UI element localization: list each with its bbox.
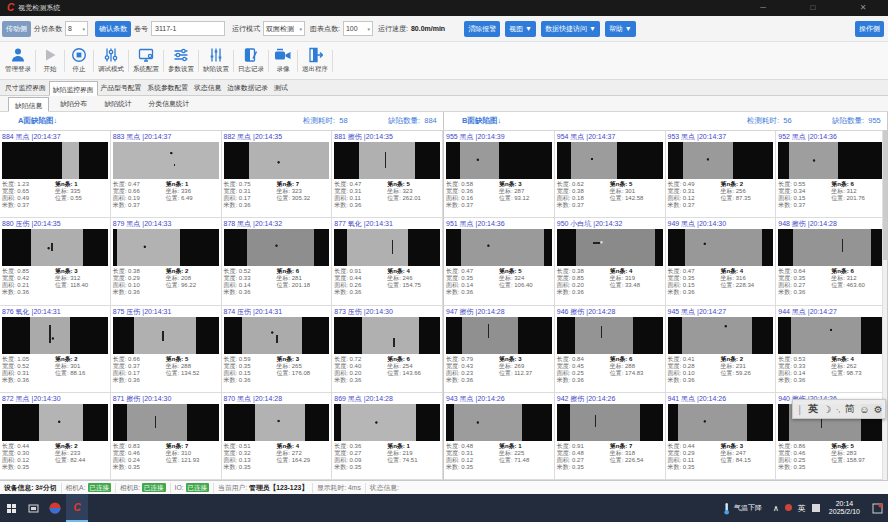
defect-card-944[interactable]: 944 黑点 |20:14:27长度: 0.53宽度: 0.33面积: 0.14…	[776, 306, 887, 393]
tray-alert-icon[interactable]	[785, 504, 792, 512]
defect-image[interactable]	[446, 142, 552, 179]
minimize-button[interactable]: ─	[738, 0, 788, 16]
defect-card-955[interactable]: 955 黑点 |20:14:39长度: 0.58宽度: 0.36面积: 0.16…	[444, 131, 555, 218]
defect-card-880[interactable]: 880 压伤 |20:14:35长度: 0.85宽度: 0.42面积: 0.21…	[0, 218, 111, 305]
defect-card-881[interactable]: 881 擦伤 |20:14:35长度: 0.47宽度: 0.31面积: 0.11…	[332, 131, 443, 218]
defect-card-874[interactable]: 874 压伤 |20:14:31长度: 0.59宽度: 0.35面积: 0.15…	[222, 306, 333, 393]
defect-image[interactable]	[113, 317, 219, 354]
defect-image[interactable]	[557, 142, 663, 179]
defect-card-954[interactable]: 954 黑点 |20:14:37长度: 0.62宽度: 0.38面积: 0.18…	[555, 131, 666, 218]
action-sliders-v-button[interactable]: 缺陷设置	[200, 44, 232, 78]
defect-card-951[interactable]: 951 黑点 |20:14:36长度: 0.47宽度: 0.35面积: 0.14…	[444, 218, 555, 305]
defect-image[interactable]	[224, 404, 330, 441]
defect-image[interactable]	[668, 142, 774, 179]
ime-lang-indicator[interactable]: 英	[798, 503, 806, 514]
action-play-button[interactable]: 开始	[37, 44, 63, 78]
action-exit-button[interactable]: 退出程序	[299, 44, 331, 78]
defect-image[interactable]	[446, 229, 552, 266]
defect-image[interactable]	[557, 229, 663, 266]
defect-image[interactable]	[224, 317, 330, 354]
weather-text[interactable]: 气温下降	[734, 503, 762, 513]
defect-card-952[interactable]: 952 黑点 |20:14:36长度: 0.55宽度: 0.34面积: 0.15…	[776, 131, 887, 218]
action-camera-button[interactable]: 录像	[270, 44, 296, 78]
confirm-count-button[interactable]: 确认条数	[95, 21, 131, 37]
maximize-button[interactable]: □	[788, 0, 838, 16]
clear-alarm-button[interactable]: 清除报警	[464, 21, 500, 37]
ime-lang-button[interactable]: 英	[808, 402, 818, 416]
defect-card-873[interactable]: 873 压伤 |20:14:30长度: 0.72宽度: 0.40面积: 0.20…	[332, 306, 443, 393]
defect-card-871[interactable]: 871 擦伤 |20:14:30长度: 0.83宽度: 0.46面积: 0.24…	[111, 393, 222, 480]
defect-card-946[interactable]: 946 擦伤 |20:14:28长度: 0.84宽度: 0.45面积: 0.25…	[555, 306, 666, 393]
tab-3[interactable]: 系统参数配置	[144, 80, 191, 95]
ime-punct-button[interactable]: ·,	[836, 406, 840, 413]
defect-image[interactable]	[778, 142, 884, 179]
defect-card-953[interactable]: 953 黑点 |20:14:37长度: 0.49宽度: 0.31面积: 0.12…	[666, 131, 777, 218]
subtab-0[interactable]: 缺陷信息	[8, 97, 49, 112]
action-journal-button[interactable]: 日志记录	[235, 44, 267, 78]
ime-emoji-button[interactable]: ☺	[859, 404, 869, 415]
action-stop-button[interactable]: 停止	[66, 44, 92, 78]
defect-image[interactable]	[557, 317, 663, 354]
defect-image[interactable]	[778, 229, 884, 266]
defect-image[interactable]	[2, 229, 108, 266]
notification-icon[interactable]	[866, 494, 888, 522]
action-monitor-button[interactable]: 系统配置	[130, 44, 162, 78]
clock[interactable]: 20:142025/2/10	[829, 500, 860, 517]
ime-settings-button[interactable]: ⚙	[874, 404, 883, 415]
defect-card-876[interactable]: 876 氧化 |20:14:31长度: 1.05宽度: 0.52面积: 0.31…	[0, 306, 111, 393]
close-button[interactable]: ✕	[838, 0, 888, 16]
subtab-2[interactable]: 缺陷统计	[98, 96, 137, 111]
defect-card-884[interactable]: 884 黑点 |20:14:37长度: 1.23宽度: 0.65面积: 0.49…	[0, 131, 111, 218]
defect-image[interactable]	[668, 404, 774, 441]
defect-card-883[interactable]: 883 黑点 |20:14:37长度: 0.47宽度: 0.66面积: 0.19…	[111, 131, 222, 218]
defect-card-879[interactable]: 879 黑点 |20:14:33长度: 0.38宽度: 0.29面积: 0.10…	[111, 218, 222, 305]
defect-card-949[interactable]: 949 黑点 |20:14:30长度: 0.47宽度: 0.35面积: 0.15…	[666, 218, 777, 305]
tab-2[interactable]: 产品型号配置	[98, 80, 145, 95]
defect-image[interactable]	[113, 229, 219, 266]
tray-expand-icon[interactable]: ∧	[773, 504, 779, 513]
defect-card-943[interactable]: 943 黑点 |20:14:26长度: 0.48宽度: 0.31面积: 0.12…	[444, 393, 555, 480]
quick-access-menu-button[interactable]: 数据快捷访问 ▼	[541, 21, 600, 37]
defect-card-950[interactable]: 950 小白坑 |20:14:32长度: 0.38宽度: 0.85面积: 0.2…	[555, 218, 666, 305]
defect-card-870[interactable]: 870 黑点 |20:14:28长度: 0.51宽度: 0.32面积: 0.13…	[222, 393, 333, 480]
defect-image[interactable]	[113, 404, 219, 441]
defect-image[interactable]	[334, 317, 440, 354]
tab-1[interactable]: 缺陷监控界面	[49, 81, 98, 96]
subtab-3[interactable]: 分类信息统计	[143, 96, 196, 111]
start-button[interactable]	[0, 494, 22, 522]
strip-count-select[interactable]: 8▾	[65, 21, 88, 36]
action-tune-button[interactable]: 调试模式	[95, 44, 127, 78]
view-menu-button[interactable]: 视图 ▼	[505, 21, 536, 37]
defect-image[interactable]	[557, 404, 663, 441]
tab-6[interactable]: 测试	[271, 80, 291, 95]
subtab-1[interactable]: 缺陷分布	[54, 96, 93, 111]
defect-image[interactable]	[334, 142, 440, 179]
defect-image[interactable]	[668, 317, 774, 354]
ime-toolbar[interactable]: ❘ 英 ☽ ·, 简 ☺ ⚙	[792, 399, 886, 419]
tab-4[interactable]: 状态信息	[191, 80, 224, 95]
defect-image[interactable]	[334, 404, 440, 441]
task-view-icon[interactable]	[22, 494, 44, 522]
defect-card-875[interactable]: 875 压伤 |20:14:31长度: 0.66宽度: 0.37面积: 0.17…	[111, 306, 222, 393]
defect-card-942[interactable]: 942 擦伤 |20:14:26长度: 0.91宽度: 0.48面积: 0.27…	[555, 393, 666, 480]
defect-card-869[interactable]: 869 黑点 |20:14:28长度: 0.36宽度: 0.27面积: 0.09…	[332, 393, 443, 480]
operate-side-button[interactable]: 操作侧	[855, 21, 884, 37]
defect-image[interactable]	[446, 404, 552, 441]
mode-select[interactable]: 双面检测▾	[263, 21, 305, 36]
defect-image[interactable]	[2, 404, 108, 441]
tab-5[interactable]: 边缘数据记录	[224, 80, 271, 95]
defect-image[interactable]	[113, 142, 219, 179]
defect-card-877[interactable]: 877 氧化 |20:14:31长度: 0.91宽度: 0.44面积: 0.26…	[332, 218, 443, 305]
panel-scrollbar[interactable]	[882, 130, 887, 480]
defect-image[interactable]	[224, 142, 330, 179]
ime-simplified-button[interactable]: 简	[845, 402, 855, 416]
action-sliders-h-button[interactable]: 参数设置	[165, 44, 197, 78]
action-user-button[interactable]: 管理登录	[2, 44, 34, 78]
defect-card-945[interactable]: 945 黑点 |20:14:27长度: 0.41宽度: 0.28面积: 0.10…	[666, 306, 777, 393]
defect-image[interactable]	[2, 317, 108, 354]
taskbar-app1-icon[interactable]	[44, 494, 66, 522]
defect-card-941[interactable]: 941 黑点 |20:14:26长度: 0.44宽度: 0.29面积: 0.11…	[666, 393, 777, 480]
defect-image[interactable]	[2, 142, 108, 179]
points-select[interactable]: 100▾	[343, 21, 373, 36]
roll-input[interactable]: 3117-1	[151, 21, 225, 36]
